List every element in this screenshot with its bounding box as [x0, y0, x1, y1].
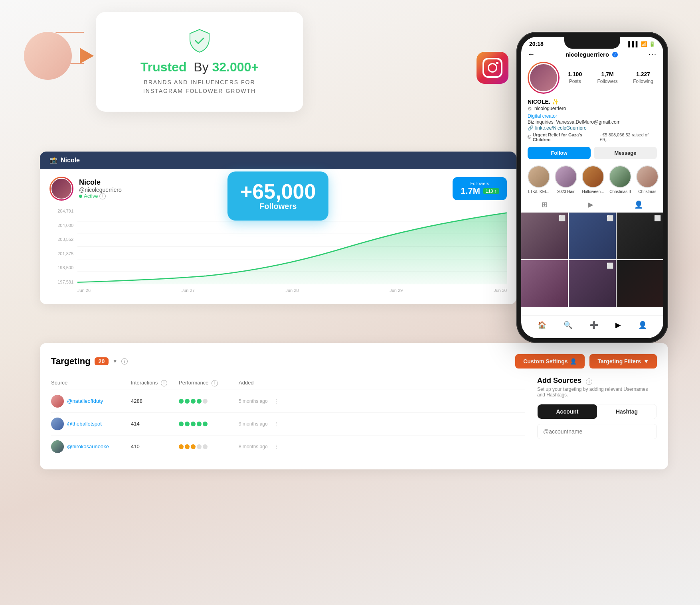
dashboard-profile-status: Active i	[79, 193, 122, 199]
y-label-4: 201,875	[57, 251, 73, 256]
row-2-menu[interactable]: ⋮	[274, 421, 279, 427]
x-label-2: Jun 27	[182, 288, 195, 293]
profile-text-info: Nicole @nicoleguerriero Active i	[79, 178, 122, 199]
highlight-2023hair[interactable]: 2023 Hair	[555, 166, 577, 194]
followers-badge: Followers 1.7M 113 ↑	[453, 177, 507, 200]
row-1-added: 5 months ago ⋮	[239, 398, 279, 404]
row-1-menu[interactable]: ⋮	[274, 398, 279, 404]
followers-label: Followers	[597, 79, 617, 84]
highlight-circle-ltk	[528, 166, 550, 188]
add-sources-subtitle: Set up your targeting by adding relevant…	[537, 386, 657, 398]
phone-nav-reels[interactable]: ▶	[615, 321, 621, 329]
phone-handle: nicologuerriero	[534, 106, 566, 111]
status-icons: ▌▌▌ 📶 🔋	[628, 41, 655, 47]
grid-photo-1[interactable]: ⬜	[521, 213, 568, 259]
tab-hashtag[interactable]: Hashtag	[597, 404, 656, 419]
phone-stat-posts: 1.100 Posts	[568, 71, 582, 85]
phone-header: ← nicoleguerriero ···	[521, 47, 663, 62]
grid-photo-4[interactable]	[521, 260, 568, 307]
followers-value: 1,7M	[597, 71, 617, 77]
grid-photo-3[interactable]: ⬜	[617, 213, 663, 259]
following-label: Following	[633, 79, 653, 84]
shield-icon	[187, 28, 212, 53]
followers-badge-label: Followers	[461, 181, 499, 186]
highlight-christmas[interactable]: Christmas	[636, 166, 658, 194]
row-2-added: 9 months ago ⋮	[239, 421, 279, 427]
highlight-christmas2[interactable]: Christmas II	[609, 166, 631, 194]
tagged-tab-icon[interactable]: 👤	[634, 200, 643, 209]
row-3-source: @hirokosaunooke	[51, 440, 123, 453]
row-2-dots	[179, 422, 231, 426]
dot	[203, 422, 208, 426]
phone-mockup: 20:18 ▌▌▌ 📶 🔋 ← nicoleguerriero ···	[516, 32, 668, 343]
phone-photo-grid: ⬜ ⬜ ⬜ ⬜	[521, 213, 663, 307]
phone-nav-profile[interactable]: 👤	[638, 321, 647, 329]
phone-nav-home[interactable]: 🏠	[538, 321, 546, 329]
phone-bio-email: Biz inquiries: Vanessa.DelMuro@gmail.com	[528, 119, 657, 125]
targeting-info-icon[interactable]: i	[121, 358, 128, 365]
dot	[191, 422, 196, 426]
row-2-handle[interactable]: @theballetspot	[67, 421, 102, 427]
dot	[179, 399, 184, 404]
ig-logo-inner	[482, 58, 502, 78]
account-search-input[interactable]	[537, 424, 657, 439]
profile-stats-row: 1.100 Posts 1,7M Followers 1.227 Followi…	[528, 62, 657, 94]
trust-number: 32.000+	[212, 60, 259, 74]
grid-photo-2[interactable]: ⬜	[569, 213, 615, 259]
table-row: @natalieoffduty 4288 5 months ago	[51, 390, 525, 413]
grid-photo-5[interactable]: ⬜	[569, 260, 615, 307]
phone-action-buttons: Follow Message	[521, 144, 663, 162]
phone-screen: 20:18 ▌▌▌ 📶 🔋 ← nicoleguerriero ···	[521, 37, 663, 338]
th-performance: Performance i	[179, 380, 231, 386]
dashboard-profile-handle: @nicoleguerriero	[79, 187, 122, 193]
highlight-circle-christmas2	[609, 166, 631, 188]
performance-info-icon[interactable]: i	[212, 380, 218, 386]
back-button[interactable]: ←	[528, 50, 535, 59]
highlight-ltk[interactable]: LTK/LIKEt...	[528, 166, 550, 194]
highlights-row: LTK/LIKEt... 2023 Hair Halloween... Chri…	[521, 162, 663, 197]
row-3-handle[interactable]: @hirokosaunooke	[67, 443, 109, 449]
phone-follow-button[interactable]: Follow	[528, 147, 591, 159]
row-3-dots	[179, 444, 231, 449]
highlight-halloween[interactable]: Halloween...	[582, 166, 604, 194]
phone-display-name: NICOLE. ✨	[528, 99, 657, 105]
sources-table: Source Interactions i Performance i Adde…	[51, 376, 525, 458]
targeting-chevron-icon[interactable]: ▼	[113, 359, 117, 364]
row-1-handle[interactable]: @natalieoffduty	[67, 398, 103, 404]
table-container: Source Interactions i Performance i Adde…	[51, 376, 657, 458]
y-label-6: 197,531	[57, 280, 73, 284]
add-sources-info-icon[interactable]: i	[586, 378, 592, 385]
row-1-source: @natalieoffduty	[51, 395, 123, 408]
posts-value: 1.100	[568, 71, 582, 77]
grid-photo-6[interactable]	[617, 260, 663, 307]
more-options-button[interactable]: ···	[649, 50, 657, 59]
interactions-info-icon[interactable]: i	[161, 380, 167, 386]
phone-nav-add[interactable]: ➕	[589, 321, 598, 329]
deco-arrow	[80, 48, 94, 64]
targeting-count-badge: 20	[95, 357, 109, 365]
custom-settings-button[interactable]: Custom Settings 👤	[515, 354, 585, 369]
targeting-filters-button[interactable]: Targeting Filters ▼	[589, 354, 657, 369]
grid-tab-icon[interactable]: ⊞	[542, 200, 548, 209]
highlight-label-christmas: Christmas	[636, 189, 658, 194]
row-3-interactions: 410	[131, 443, 171, 449]
tab-account[interactable]: Account	[538, 404, 597, 419]
row-3-menu[interactable]: ⋮	[274, 444, 279, 449]
highlight-label-ltk: LTK/LIKEt...	[528, 189, 550, 194]
phone-bio-link[interactable]: linktr.ee/NicoleGuerriero	[535, 125, 587, 131]
highlight-circle-halloween	[582, 166, 604, 188]
row-2-source: @theballetspot	[51, 418, 123, 430]
targeting-title: Targeting 20 ▼ i	[51, 356, 128, 367]
phone-message-button[interactable]: Message	[594, 147, 657, 159]
status-info-icon[interactable]: i	[99, 193, 106, 199]
filter-icon: ▼	[643, 358, 649, 365]
phone-stat-followers: 1,7M Followers	[597, 71, 617, 85]
reels-tab-icon[interactable]: ▶	[588, 200, 593, 209]
row-2-interactions: 414	[131, 421, 171, 427]
table-row: @theballetspot 414 9 months ago	[51, 413, 525, 436]
dot	[197, 422, 202, 426]
phone-nav-search[interactable]: 🔍	[564, 321, 572, 329]
row-3-avatar	[51, 440, 64, 453]
signal-icon: ▌▌▌	[628, 41, 639, 47]
x-label-1: Jun 26	[77, 288, 91, 293]
